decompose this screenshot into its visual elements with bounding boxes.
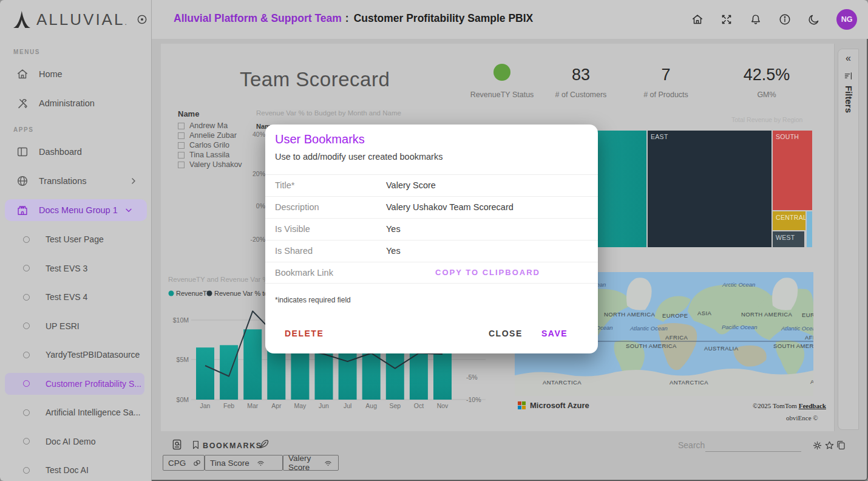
- y-tick: 40%: [240, 131, 265, 138]
- treemap-block[interactable]: [807, 211, 812, 247]
- is-shared-field[interactable]: Yes: [386, 246, 401, 256]
- avatar[interactable]: NG: [836, 9, 857, 30]
- dashboard-icon: [16, 145, 29, 159]
- form-row-description: Description Valery Ushakov Team Scorecar…: [265, 196, 598, 218]
- sidebar-subitem[interactable]: Test Doc AI: [5, 459, 144, 481]
- checkbox[interactable]: [178, 123, 185, 129]
- sidebar-item-label: Home: [39, 69, 63, 79]
- sidebar-subitem[interactable]: Test EVS 3: [5, 258, 144, 279]
- sidebar-item-home[interactable]: Home: [0, 63, 152, 85]
- checkbox[interactable]: [178, 162, 185, 168]
- treemap-block-east[interactable]: EAST: [648, 131, 771, 247]
- svg-text:-10%: -10%: [466, 396, 481, 403]
- treemap-block-west[interactable]: WEST: [773, 231, 804, 247]
- svg-text:Jan: Jan: [200, 402, 211, 409]
- chevron-right-icon: [129, 176, 138, 186]
- bookmark-tab[interactable]: Valery Score: [283, 455, 339, 471]
- tab-label: Tina Score: [210, 459, 249, 468]
- checkbox[interactable]: [178, 132, 185, 139]
- sidebar-item-docs-menu-group[interactable]: Docs Menu Group 1: [5, 199, 147, 221]
- header-icons: NG: [691, 9, 857, 30]
- sidebar-subitem[interactable]: UP ESRI: [5, 315, 144, 337]
- slicer-option-label: Carlos Grilo: [189, 141, 229, 149]
- form-row-bookmark-link: Bookmark Link COPY TO CLIPBOARD: [265, 262, 598, 284]
- sidebar-subitem[interactable]: Artificial Intelligence Sa...: [5, 401, 144, 423]
- feather-icon[interactable]: [257, 437, 270, 451]
- sidebar-subitem-label: UP ESRI: [46, 321, 80, 331]
- tab-label: Valery Score: [288, 454, 317, 472]
- search-input[interactable]: [705, 451, 801, 452]
- radio-circle-icon: [23, 265, 30, 271]
- feedback-link[interactable]: Feedback: [799, 402, 826, 409]
- form-row-is-visible: Is Visible Yes: [265, 218, 598, 240]
- sidebar-subitem[interactable]: Test EVS 4: [5, 286, 144, 308]
- svg-text:RevenueTY: RevenueTY: [176, 290, 212, 297]
- dark-mode-moon-icon[interactable]: [807, 13, 821, 26]
- report-page-icon[interactable]: [171, 438, 183, 451]
- filters-panel-collapsed: « Filters: [838, 49, 859, 430]
- treemap-block-central[interactable]: CENTRAL: [773, 211, 805, 230]
- bookmarks-button[interactable]: BOOKMARKS: [203, 442, 262, 450]
- required-field-note: *indicates required field: [275, 296, 351, 304]
- radio-circle-icon: [23, 380, 30, 387]
- sidebar-item-translations[interactable]: Translations: [0, 170, 152, 192]
- kpi-label: RevenueTY Status: [459, 90, 544, 99]
- save-button[interactable]: SAVE: [541, 329, 568, 338]
- sidebar-collapse-icon[interactable]: [136, 13, 148, 26]
- obvience-credit: obviEnce ©: [786, 414, 818, 421]
- sidebar-subitem[interactable]: Test User Page: [5, 228, 144, 250]
- info-icon[interactable]: [778, 13, 792, 26]
- svg-text:Nov: Nov: [437, 402, 449, 409]
- azure-label: Microsoft Azure: [530, 401, 589, 410]
- home-icon: [16, 67, 29, 81]
- expand-filters-icon[interactable]: «: [838, 53, 858, 64]
- title-field[interactable]: Valery Score: [386, 180, 436, 190]
- menus-section-label: MENUS: [13, 49, 40, 55]
- sidebar-subitem[interactable]: Customer Profitability S...: [5, 373, 144, 395]
- apps-section-label: APPS: [13, 126, 34, 133]
- chevron-down-icon: [124, 205, 134, 215]
- star-icon[interactable]: [824, 440, 835, 451]
- bookmark-icon[interactable]: [191, 439, 201, 451]
- sidebar-item-dashboard[interactable]: Dashboard: [0, 141, 152, 163]
- filter-pane-icon[interactable]: [844, 71, 853, 81]
- sidebar-item-label: Administration: [39, 98, 95, 108]
- sidebar-item-administration[interactable]: Administration: [0, 92, 152, 114]
- checkbox[interactable]: [178, 152, 185, 159]
- close-button[interactable]: CLOSE: [489, 329, 523, 338]
- copy-to-clipboard-button[interactable]: COPY TO CLIPBOARD: [435, 268, 540, 277]
- sidebar-subitem[interactable]: YardyTestPBIDatasource: [5, 344, 144, 366]
- expand-icon[interactable]: [720, 13, 733, 26]
- kpi-label: # of Customers: [538, 90, 623, 99]
- radio-circle-icon: [23, 236, 30, 243]
- y-tick: 0%: [240, 202, 265, 210]
- map-copyright: ©2025 TomTom Feedback: [753, 402, 826, 409]
- sidebar-subitem[interactable]: Doc AI Demo: [5, 431, 144, 452]
- sidebar-subitem-label: Test EVS 3: [46, 264, 87, 273]
- treemap-block-south[interactable]: SOUTH: [773, 131, 812, 210]
- radio-circle-icon: [23, 467, 30, 474]
- castle-icon: [16, 203, 29, 217]
- bookmark-tab[interactable]: CPG: [163, 455, 205, 471]
- is-visible-field[interactable]: Yes: [386, 224, 401, 234]
- description-field[interactable]: Valery Ushakov Team Scorecard: [386, 202, 514, 212]
- tools-icon: [16, 97, 29, 110]
- home-icon[interactable]: [691, 13, 704, 26]
- sidebar-subitem-label: YardyTestPBIDatasource: [46, 350, 140, 360]
- bookmark-tab[interactable]: Tina Score: [205, 455, 283, 471]
- sidebar-subitem-label: Test User Page: [46, 234, 104, 244]
- breadcrumb: Alluvial Platform & Support Team:Custome…: [174, 12, 533, 25]
- radio-circle-icon: [23, 294, 30, 301]
- search-label: Search: [678, 440, 705, 450]
- treemap-title: Total Revenue by Region: [731, 116, 802, 123]
- bell-icon[interactable]: [749, 13, 762, 26]
- copy-pages-icon[interactable]: [835, 439, 847, 451]
- page-title: Team Scorecard: [240, 68, 390, 91]
- sidebar-subitem-label: Artificial Intelligence Sa...: [46, 408, 140, 417]
- delete-button[interactable]: DELETE: [285, 329, 324, 338]
- sidebar-subitem-label: Test Doc AI: [46, 465, 89, 475]
- azure-attribution: Microsoft Azure: [518, 401, 589, 410]
- checkbox[interactable]: [178, 142, 185, 149]
- gear-icon[interactable]: [812, 440, 823, 451]
- radio-circle-icon: [23, 322, 30, 329]
